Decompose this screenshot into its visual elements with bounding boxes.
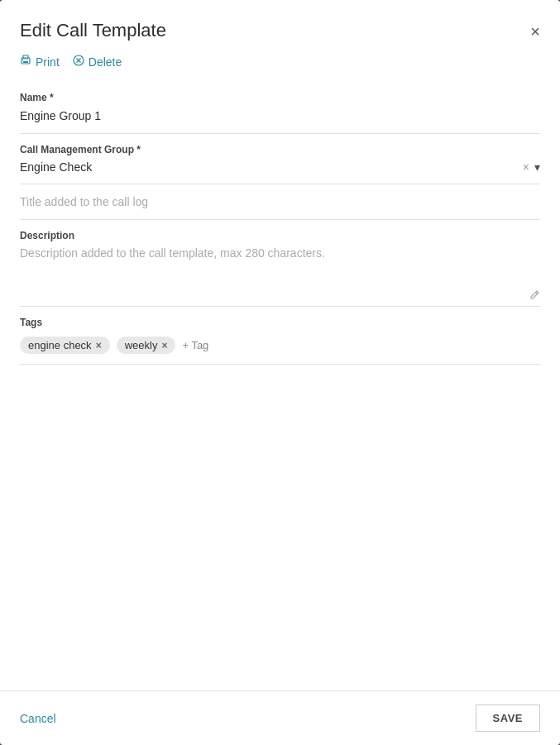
print-icon	[20, 55, 31, 69]
description-placeholder[interactable]: Description added to the call template, …	[20, 246, 540, 296]
tag-weekly: weekly ×	[117, 337, 176, 354]
name-label: Name *	[20, 92, 540, 103]
add-tag-button[interactable]: + Tag	[182, 339, 208, 351]
name-field: Name *	[20, 82, 540, 134]
call-management-group-value: Engine Check	[20, 160, 92, 174]
modal-footer: Cancel SAVE	[0, 690, 560, 745]
svg-rect-1	[23, 55, 28, 59]
save-button[interactable]: SAVE	[476, 704, 540, 732]
close-button[interactable]: ×	[530, 23, 540, 40]
svg-rect-2	[23, 61, 28, 63]
tags-container: engine check × weekly × + Tag	[20, 337, 540, 354]
edit-icon[interactable]	[529, 289, 540, 303]
call-management-group-field: Call Management Group * Engine Check × ▾	[20, 134, 540, 184]
title-field	[20, 184, 540, 220]
print-label: Print	[36, 55, 60, 69]
modal-body: Name * Call Management Group * Engine Ch…	[0, 82, 560, 690]
add-tag-label: + Tag	[182, 339, 208, 351]
tag-engine-check-remove[interactable]: ×	[96, 341, 102, 351]
call-management-group-select[interactable]: Engine Check × ▾	[20, 160, 540, 174]
title-input[interactable]	[20, 195, 540, 208]
select-controls: × ▾	[523, 160, 540, 174]
tag-weekly-remove[interactable]: ×	[161, 341, 167, 351]
tag-weekly-label: weekly	[125, 339, 158, 351]
delete-label: Delete	[89, 55, 122, 69]
svg-line-7	[536, 293, 538, 294]
delete-icon	[73, 55, 84, 69]
name-input[interactable]	[20, 109, 540, 122]
description-field: Description Description added to the cal…	[20, 220, 540, 307]
cancel-button[interactable]: Cancel	[20, 712, 56, 725]
select-clear-icon[interactable]: ×	[523, 160, 529, 174]
modal-toolbar: Print Delete	[0, 51, 560, 82]
modal-header: Edit Call Template ×	[0, 0, 560, 51]
tags-label: Tags	[20, 317, 540, 328]
description-label: Description	[20, 230, 540, 241]
tag-engine-check-label: engine check	[28, 339, 92, 351]
dropdown-arrow-icon[interactable]: ▾	[534, 160, 540, 174]
print-button[interactable]: Print	[20, 55, 60, 69]
svg-point-3	[22, 60, 23, 60]
modal-title: Edit Call Template	[20, 20, 166, 41]
delete-button[interactable]: Delete	[73, 55, 122, 69]
modal: Edit Call Template × Print	[0, 0, 560, 745]
call-management-group-label: Call Management Group *	[20, 144, 540, 155]
tag-engine-check: engine check ×	[20, 337, 110, 354]
tags-field: Tags engine check × weekly × + Tag	[20, 307, 540, 365]
